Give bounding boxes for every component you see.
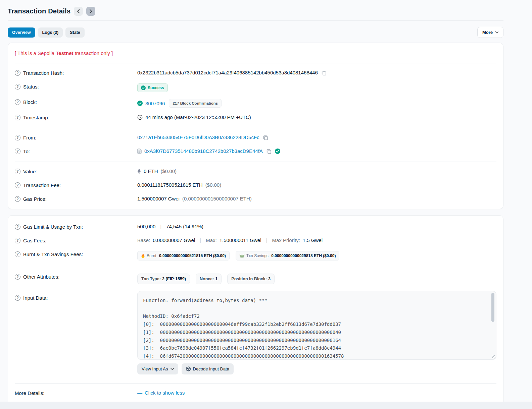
help-icon[interactable]: ? bbox=[15, 238, 20, 243]
testnet-bold: Testnet bbox=[56, 50, 73, 56]
position-in-block-badge: Position In Block: 3 bbox=[227, 274, 275, 284]
transaction-hash-value: 0x2322b311adcb5da737d012cdcf71a4a29f4068… bbox=[137, 70, 318, 75]
copy-from-address-button[interactable] bbox=[262, 135, 269, 140]
tab-logs[interactable]: Logs (3) bbox=[38, 27, 63, 38]
next-transaction-button[interactable] bbox=[86, 7, 95, 16]
verified-check-circle-icon bbox=[275, 149, 280, 154]
txn-savings-badge: Txn Savings: 0.00000000000029818 ETH ($0… bbox=[236, 251, 340, 260]
previous-transaction-button[interactable] bbox=[74, 7, 83, 16]
header-divider bbox=[8, 20, 503, 21]
position-label: Position In Block: bbox=[231, 277, 267, 281]
nonce-badge: Nonce: 1 bbox=[196, 274, 222, 284]
transaction-hash-row: ? Transaction Hash: 0x2322b311adcb5da737… bbox=[15, 66, 496, 80]
value-amount: 0 ETH bbox=[144, 168, 158, 174]
transaction-fee-row: ? Transaction Fee: 0.000111817500521815 … bbox=[15, 179, 496, 192]
gas-limit-value: 500,000 bbox=[137, 224, 155, 229]
position-value: 3 bbox=[268, 277, 271, 281]
click-to-show-less-link[interactable]: — Click to show less bbox=[137, 390, 185, 396]
copy-to-address-button[interactable] bbox=[265, 149, 272, 154]
help-icon[interactable]: ? bbox=[15, 135, 20, 140]
max-fee-value: 1.500000011 Gwei bbox=[220, 237, 261, 243]
txn-type-value: 2 (EIP-1559) bbox=[162, 277, 186, 281]
block-row: ? Block: 3007096 217 Block Confirmations bbox=[15, 96, 496, 111]
burnt-value: 0.000000000000521815 ETH ($0.00) bbox=[159, 253, 226, 258]
burnt-label: Burnt: bbox=[147, 253, 157, 258]
view-input-as-button[interactable]: View Input As bbox=[137, 363, 178, 374]
help-icon[interactable]: ? bbox=[15, 251, 20, 257]
burnt-fees-label: ? Burnt & Txn Savings Fees: bbox=[15, 251, 137, 257]
more-details-label: More Details: bbox=[15, 390, 137, 396]
burnt-badge: Burnt: 0.000000000000521815 ETH ($0.00) bbox=[137, 251, 230, 260]
tab-overview[interactable]: Overview bbox=[8, 27, 35, 38]
input-data-scrollbar[interactable] bbox=[491, 293, 495, 358]
fire-icon bbox=[141, 253, 145, 258]
help-icon[interactable]: ? bbox=[15, 274, 20, 280]
to-address-link[interactable]: 0xA3f07D6773514480b918C2742b027b3acD9E44… bbox=[144, 148, 263, 154]
from-row: ? From: 0x71a1Eb6534054E75F0D6fD0A3B0A33… bbox=[15, 131, 496, 145]
from-label: ? From: bbox=[15, 134, 137, 140]
value-row: ? Value: 0 ETH ($0.00) bbox=[15, 165, 496, 179]
details-card: ? Gas Limit & Usage by Txn: 500,000 | 74… bbox=[8, 215, 503, 405]
help-icon[interactable]: ? bbox=[15, 169, 20, 174]
divider bbox=[15, 383, 496, 384]
help-icon[interactable]: ? bbox=[15, 295, 20, 301]
copy-hash-button[interactable] bbox=[321, 70, 327, 75]
help-icon[interactable]: ? bbox=[15, 70, 20, 76]
max-priority-fee-label: Max Priority: bbox=[272, 237, 300, 243]
money-wings-icon bbox=[239, 254, 245, 258]
help-icon[interactable]: ? bbox=[15, 99, 20, 105]
gas-limit-label: ? Gas Limit & Usage by Txn: bbox=[15, 224, 137, 230]
gas-price-amount: 1.500000007 Gwei bbox=[137, 196, 180, 201]
help-icon[interactable]: ? bbox=[15, 115, 20, 120]
max-priority-fee-value: 1.5 Gwei bbox=[303, 237, 323, 243]
txn-savings-value: 0.00000000000029818 ETH ($0.00) bbox=[271, 253, 336, 258]
check-circle-icon bbox=[141, 85, 146, 90]
input-data-textarea[interactable]: Function: forward(address to,bytes data)… bbox=[137, 291, 496, 360]
transaction-hash-label: ? Transaction Hash: bbox=[15, 70, 137, 76]
tab-state[interactable]: State bbox=[65, 27, 85, 38]
block-number-link[interactable]: 3007096 bbox=[145, 101, 165, 106]
from-address-link[interactable]: 0x71a1Eb6534054E75F0D6fD0A3B0A336228DD5c… bbox=[137, 134, 259, 140]
minus-dash-icon: — bbox=[137, 390, 142, 396]
transaction-fee-usd: ($0.00) bbox=[205, 182, 222, 188]
max-fee-label: Max: bbox=[206, 237, 217, 243]
help-icon[interactable]: ? bbox=[15, 149, 20, 154]
help-icon[interactable]: ? bbox=[15, 224, 20, 230]
scrollbar-thumb[interactable] bbox=[491, 293, 494, 322]
more-label: More bbox=[482, 30, 493, 35]
view-input-as-label: View Input As bbox=[142, 366, 168, 371]
copy-icon bbox=[263, 135, 268, 140]
more-dropdown-button[interactable]: More bbox=[477, 27, 503, 38]
to-label: ? To: bbox=[15, 148, 137, 154]
gas-price-alt: (0.000000001500000007 ETH) bbox=[182, 196, 252, 201]
help-icon[interactable]: ? bbox=[15, 182, 20, 188]
chevron-left-icon bbox=[77, 9, 80, 13]
nonce-label: Nonce: bbox=[200, 277, 214, 281]
to-row: ? To: 0xA3f07D6773514480b918C2742b027b3a… bbox=[15, 145, 496, 159]
txn-type-badge: Txn Type: 2 (EIP-1559) bbox=[137, 274, 190, 284]
timestamp-row: ? Timestamp: 44 mins ago (Mar-02-2023 12… bbox=[15, 111, 496, 125]
divider bbox=[15, 267, 496, 267]
status-badge: Success bbox=[137, 83, 168, 92]
txn-type-label: Txn Type: bbox=[141, 277, 161, 281]
block-confirmations-badge: 217 Block Confirmations bbox=[169, 99, 222, 108]
help-icon[interactable]: ? bbox=[15, 84, 20, 90]
status-label: ? Status: bbox=[15, 83, 137, 90]
copy-icon bbox=[266, 149, 272, 154]
txn-savings-label: Txn Savings: bbox=[246, 253, 270, 258]
decode-input-data-button[interactable]: Decode Input Data bbox=[182, 363, 234, 374]
cube-icon bbox=[186, 366, 191, 371]
help-icon[interactable]: ? bbox=[15, 196, 20, 202]
gas-usage-value: 74,545 (14.91%) bbox=[166, 224, 203, 229]
resize-grip-icon[interactable] bbox=[492, 355, 495, 359]
show-less-label: Click to show less bbox=[145, 390, 185, 396]
gas-price-row: ? Gas Price: 1.500000007 Gwei (0.0000000… bbox=[15, 192, 496, 206]
gas-limit-row: ? Gas Limit & Usage by Txn: 500,000 | 74… bbox=[15, 220, 496, 234]
chevron-down-icon bbox=[171, 368, 174, 370]
ethereum-icon bbox=[137, 169, 141, 174]
overview-card: [ This is a Sepolia Testnet transaction … bbox=[8, 43, 503, 209]
decode-input-data-label: Decode Input Data bbox=[193, 366, 229, 371]
testnet-notice: [ This is a Sepolia Testnet transaction … bbox=[15, 46, 496, 60]
transaction-fee-label: ? Transaction Fee: bbox=[15, 182, 137, 188]
input-data-label: ? Input Data: bbox=[15, 291, 137, 301]
